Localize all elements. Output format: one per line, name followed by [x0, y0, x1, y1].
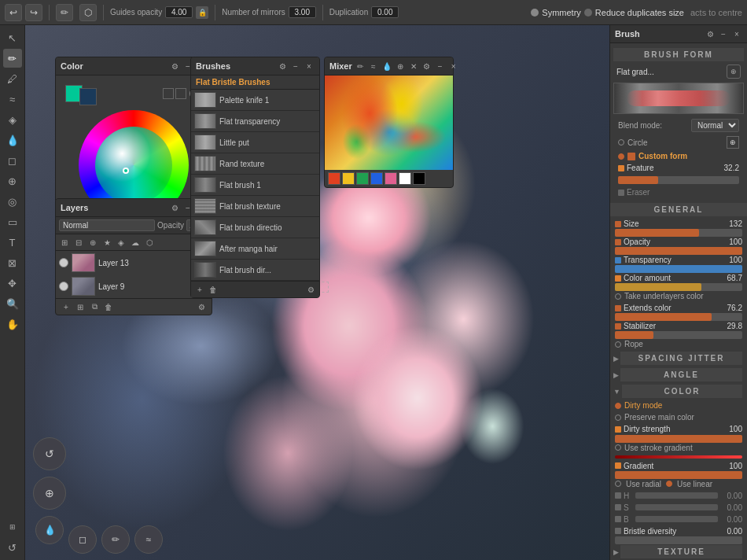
dirty-strength-bar-container[interactable] — [615, 436, 742, 440]
mixer-settings[interactable]: ⚙ — [421, 61, 432, 72]
mixer-swatch-green[interactable] — [356, 172, 369, 185]
layers-icon-6[interactable]: ☁ — [130, 237, 141, 248]
layer-group[interactable]: ⊞ — [75, 301, 86, 312]
mixer-swatch-red[interactable] — [328, 172, 340, 185]
layer-13-visibility[interactable] — [59, 258, 68, 267]
color-option-1[interactable] — [163, 88, 174, 99]
b-bar[interactable] — [635, 516, 718, 522]
tool-fill[interactable]: ◈ — [3, 110, 22, 129]
brush-item-3[interactable]: Rand texture — [191, 153, 319, 175]
tool-crop[interactable]: ⊠ — [3, 253, 22, 272]
option-circle-radio[interactable] — [618, 139, 624, 146]
color-panel-settings[interactable]: ⚙ — [169, 61, 180, 72]
mixer-preview[interactable] — [325, 76, 453, 170]
bottom-eraser-button[interactable]: ◻ — [68, 525, 97, 554]
layers-icon-7[interactable]: ⬡ — [144, 237, 155, 248]
brush-panel-minimize[interactable]: − — [718, 28, 729, 39]
layers-icon-4[interactable]: ★ — [101, 237, 112, 248]
mixer-close[interactable]: × — [448, 61, 459, 72]
brush-item-2[interactable]: Little put — [191, 132, 319, 153]
brush-item-0[interactable]: Palette knife 1 — [191, 90, 319, 111]
mixer-swatch-pink[interactable] — [385, 172, 397, 185]
canvas-mirror-button[interactable]: ⊕ — [33, 477, 66, 510]
canvas-eyedrop-button[interactable]: 💧 — [35, 516, 64, 544]
take-underlayers-checkbox[interactable] — [615, 293, 621, 300]
opacity-bar-container[interactable] — [615, 249, 742, 253]
layer-settings[interactable]: ⚙ — [196, 301, 207, 312]
brush-settings[interactable]: ⚙ — [305, 284, 316, 295]
blend-mode-dropdown[interactable]: Normal — [691, 119, 739, 132]
brush-delete[interactable]: 🗑 — [208, 284, 219, 295]
tool-hand[interactable]: ✋ — [3, 315, 22, 333]
layers-icon-3[interactable]: ⊕ — [87, 237, 98, 248]
layer-9-item[interactable]: Layer 9 ⊞ — [56, 274, 212, 298]
mixer-mix-tool[interactable]: ✏ — [355, 61, 366, 72]
s-bar[interactable] — [635, 504, 718, 510]
mixer-swatch-white[interactable] — [399, 172, 411, 185]
tool-brush[interactable]: ✏ — [3, 49, 22, 68]
canvas-rotate-button[interactable]: ↺ — [33, 437, 66, 470]
tool-select[interactable]: ↖ — [3, 28, 22, 47]
layers-icon-2[interactable]: ⊟ — [73, 237, 84, 248]
brushes-close[interactable]: × — [304, 61, 315, 72]
size-bar-container[interactable] — [615, 230, 742, 235]
use-stroke-gradient-checkbox[interactable] — [615, 444, 621, 451]
background-color-swatch[interactable] — [79, 88, 97, 105]
tool-eraser[interactable]: ◻ — [3, 151, 22, 170]
color-option-2[interactable] — [175, 88, 186, 99]
redo-button[interactable]: ↪ — [25, 4, 42, 21]
layer-add[interactable]: + — [61, 301, 72, 312]
mixer-minimize[interactable]: − — [435, 61, 446, 72]
layer-13-item[interactable]: Layer 13 ⊞ — [56, 251, 212, 274]
brush-form-randomize[interactable]: ⊕ — [727, 64, 741, 79]
preserve-main-color-checkbox[interactable] — [615, 414, 621, 421]
mixer-eyedrop-tool[interactable]: 💧 — [381, 61, 392, 72]
mixer-smear-tool[interactable]: ≈ — [368, 61, 379, 72]
brush-item-5[interactable]: Flat brush texture — [191, 196, 319, 217]
h-bar[interactable] — [635, 492, 718, 499]
mixer-swatch-black[interactable] — [413, 172, 425, 185]
tool-blur[interactable]: ◎ — [3, 192, 22, 211]
stabilizer-bar-container[interactable] — [615, 333, 742, 337]
brushes-minimize[interactable]: − — [290, 61, 301, 72]
brush-item-6[interactable]: Flat brush directio — [191, 217, 319, 238]
extends-bar-container[interactable] — [615, 315, 742, 319]
tool-smear[interactable]: ≈ — [3, 90, 22, 109]
layer-delete[interactable]: 🗑 — [103, 301, 114, 312]
feature-bar-container[interactable] — [618, 175, 739, 186]
mixer-fill-tool[interactable]: ⊕ — [395, 61, 406, 72]
brush-panel-settings[interactable]: ⚙ — [705, 28, 716, 39]
mixer-clear-tool[interactable]: ✕ — [408, 61, 419, 72]
brushes-settings[interactable]: ⚙ — [277, 61, 288, 72]
tool-rotate[interactable]: ↺ — [3, 538, 22, 557]
bristle-bar-container[interactable] — [615, 538, 742, 543]
layers-icon-5[interactable]: ◈ — [116, 237, 127, 248]
mixer-swatch-blue[interactable] — [370, 172, 383, 185]
bottom-brush-button[interactable]: ✏ — [101, 525, 130, 554]
duplication-value[interactable]: 0.00 — [371, 6, 399, 18]
symmetry-tool-button[interactable]: ⬡ — [79, 4, 97, 21]
brush-item-8[interactable]: Flat brush dir... — [191, 260, 319, 281]
tool-move[interactable]: ✥ — [3, 274, 22, 293]
mirrors-value[interactable]: 3.00 — [289, 6, 316, 18]
brush-item-7[interactable]: After manga hair — [191, 238, 319, 260]
lock-icon[interactable]: 🔒 — [196, 6, 208, 19]
layers-icon-1[interactable]: ⊞ — [59, 237, 70, 248]
transparency-bar-container[interactable] — [615, 267, 742, 271]
brush-item-4[interactable]: Flat brush 1 — [191, 175, 319, 196]
brush-panel-close[interactable]: × — [731, 28, 742, 39]
tool-layers-view[interactable]: ⊞ — [3, 518, 22, 536]
circle-option-btn[interactable]: ⊕ — [727, 136, 739, 149]
undo-button[interactable]: ↩ — [5, 4, 22, 21]
tool-clone[interactable]: ⊕ — [3, 171, 22, 190]
brush-item-1[interactable]: Flat transparency — [191, 111, 319, 132]
tool-text[interactable]: T — [3, 233, 22, 252]
bottom-smear-button[interactable]: ≈ — [134, 525, 163, 554]
layer-9-visibility[interactable] — [59, 282, 68, 291]
gradient-bar-container[interactable] — [615, 473, 742, 477]
tool-rectangle[interactable]: ▭ — [3, 212, 22, 231]
layer-duplicate[interactable]: ⧉ — [89, 301, 100, 312]
guides-opacity-value[interactable]: 4.00 — [165, 6, 193, 18]
tool-zoom-in[interactable]: 🔍 — [3, 294, 22, 313]
tool-eyedropper[interactable]: 💧 — [3, 131, 22, 149]
